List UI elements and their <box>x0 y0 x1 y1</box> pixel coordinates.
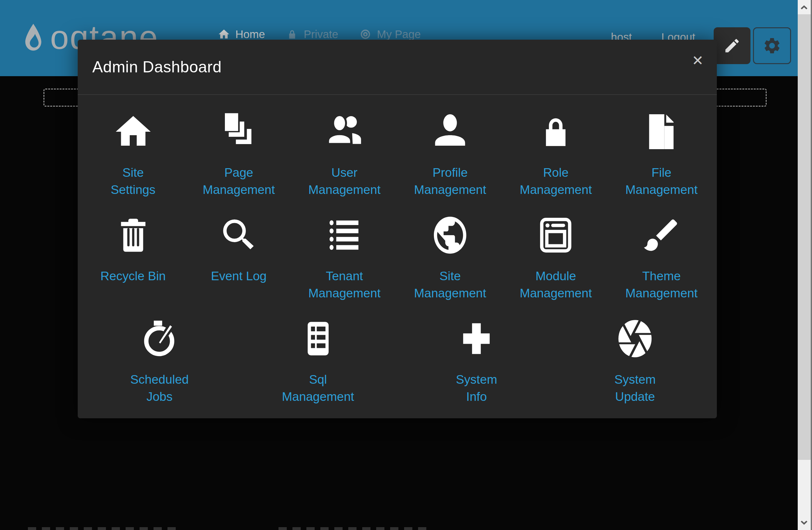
scroll-down-icon[interactable] <box>799 517 810 528</box>
tile-role-management[interactable]: RoleManagement <box>503 95 609 198</box>
home-icon <box>218 28 230 41</box>
droplet-icon <box>23 20 44 57</box>
lock-icon <box>535 111 577 153</box>
tile-tenant-management[interactable]: TenantManagement <box>291 198 397 302</box>
lock-icon <box>286 28 299 41</box>
modal-title: Admin Dashboard <box>92 58 222 76</box>
brush-icon <box>640 214 682 256</box>
pencil-icon <box>723 37 741 55</box>
tile-label: PageManagement <box>203 164 275 198</box>
screen: oqtane Home Private My Page host Logout <box>0 0 812 530</box>
aperture-icon <box>614 318 656 360</box>
people-icon <box>323 111 365 153</box>
search-icon <box>218 214 260 256</box>
tile-label: SiteSettings <box>111 164 156 198</box>
tile-scheduled-jobs[interactable]: ScheduledJobs <box>80 302 239 405</box>
tile-label: ProfileManagement <box>414 164 486 198</box>
plus-icon <box>455 318 497 360</box>
tile-label: SqlManagement <box>282 371 354 405</box>
tile-event-log[interactable]: Event Log <box>186 198 291 302</box>
nav-item-private[interactable]: Private <box>286 28 338 41</box>
tile-label: ModuleManagement <box>520 268 592 302</box>
clipped-bottom-text <box>28 527 177 530</box>
tile-recycle-bin[interactable]: Recycle Bin <box>80 198 186 302</box>
gear-icon <box>763 36 782 55</box>
stopwatch-icon <box>139 318 180 360</box>
edit-mode-button[interactable] <box>714 27 751 64</box>
tile-label: TenantManagement <box>308 268 381 302</box>
table-icon <box>297 318 339 360</box>
tile-label: SystemInfo <box>456 371 497 405</box>
tile-label: SiteManagement <box>414 268 486 302</box>
tile-label: SystemUpdate <box>614 371 656 405</box>
tile-profile-management[interactable]: ProfileManagement <box>397 95 503 198</box>
trash-icon <box>112 214 154 256</box>
home-icon <box>112 111 154 153</box>
pages-icon <box>218 111 260 153</box>
window-icon <box>535 214 577 256</box>
tile-page-management[interactable]: PageManagement <box>186 95 291 198</box>
tile-site-settings[interactable]: SiteSettings <box>80 95 186 198</box>
tile-label: RoleManagement <box>520 164 592 198</box>
settings-button[interactable] <box>753 27 791 64</box>
clipped-bottom-text <box>278 527 431 530</box>
nav-item-home[interactable]: Home <box>218 28 265 41</box>
tile-label: ThemeManagement <box>625 268 698 302</box>
file-icon <box>640 111 682 153</box>
scrollbar[interactable] <box>798 0 812 530</box>
tile-theme-management[interactable]: ThemeManagement <box>609 198 714 302</box>
target-icon <box>359 28 372 41</box>
nav-item-my-page[interactable]: My Page <box>359 28 421 41</box>
admin-dashboard-modal: Admin Dashboard ✕ SiteSettingsPageManage… <box>78 40 717 418</box>
tile-system-info[interactable]: SystemInfo <box>397 302 556 405</box>
scroll-up-icon[interactable] <box>799 2 810 13</box>
modal-header: Admin Dashboard ✕ <box>78 40 717 95</box>
tile-label: Recycle Bin <box>101 268 166 285</box>
tile-label: ScheduledJobs <box>130 371 189 405</box>
tile-row: Recycle BinEvent LogTenantManagementSite… <box>78 198 717 302</box>
nav-label: Home <box>235 28 265 41</box>
tile-user-management[interactable]: UserManagement <box>291 95 397 198</box>
tile-label: Event Log <box>211 268 267 285</box>
tile-label: FileManagement <box>625 164 698 198</box>
tile-system-update[interactable]: SystemUpdate <box>556 302 714 405</box>
globe-icon <box>429 214 471 256</box>
tile-row: ScheduledJobsSqlManagementSystemInfoSyst… <box>78 302 717 405</box>
tile-site-management[interactable]: SiteManagement <box>397 198 503 302</box>
tile-file-management[interactable]: FileManagement <box>609 95 714 198</box>
list-icon <box>323 214 365 256</box>
nav-label: My Page <box>377 28 421 41</box>
nav-label: Private <box>304 28 338 41</box>
modal-body: SiteSettingsPageManagementUserManagement… <box>78 95 717 405</box>
close-icon[interactable]: ✕ <box>689 51 706 70</box>
tile-module-management[interactable]: ModuleManagement <box>503 198 609 302</box>
scrollbar-thumb[interactable] <box>798 14 811 460</box>
tile-label: UserManagement <box>308 164 381 198</box>
tile-sql-management[interactable]: SqlManagement <box>239 302 397 405</box>
tile-row: SiteSettingsPageManagementUserManagement… <box>78 95 717 198</box>
person-icon <box>429 111 471 153</box>
